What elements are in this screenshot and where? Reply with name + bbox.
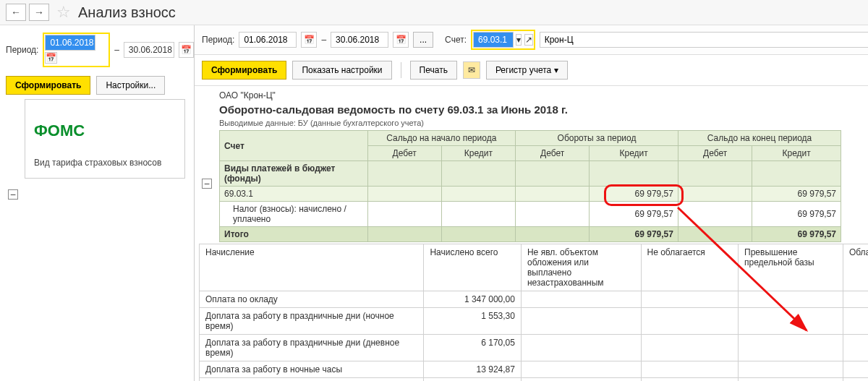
table-row-total: Итого 69 979,57 69 979,57 [220, 227, 841, 242]
calendar-icon[interactable]: 📅 [301, 32, 317, 48]
col-turnover: Обороты за период [516, 131, 678, 146]
col-saldo-begin: Сальдо на начало периода [367, 131, 516, 146]
col-credit: Кредит [752, 146, 841, 161]
separator [401, 62, 401, 78]
table-row[interactable]: Доплата за работу в праздничные дни (ноч… [200, 308, 869, 335]
nav-back-button[interactable]: ← [6, 4, 26, 21]
favorite-star-icon[interactable]: ☆ [56, 3, 71, 22]
report-subtitle: Выводимые данные: БУ (данные бухгалтерск… [219, 119, 868, 127]
register-button[interactable]: Регистр учета ▾ [486, 61, 568, 80]
settings-button[interactable]: Настройки... [96, 76, 165, 95]
report-org: ОАО "Крон-Ц" [219, 90, 868, 100]
col-account-sub: Виды платежей в бюджет (фонды) [220, 161, 368, 187]
period-from-input[interactable]: 01.06.2018 [45, 35, 95, 51]
table-row[interactable]: За наставничество 3 500,00 3 500,00 [200, 378, 869, 382]
table-row[interactable]: Доплата за работу в праздничные дни (дне… [200, 335, 869, 361]
osv-table: Счет Сальдо на начало периода Обороты за… [219, 130, 841, 242]
accrual-table: Начисление Начислено всего Не явл. объек… [199, 244, 868, 381]
accr-col-name: Начисление [200, 244, 424, 291]
show-settings-button[interactable]: Показать настройки [292, 61, 391, 80]
print-button[interactable]: Печать [410, 61, 457, 80]
col-saldo-end: Сальдо на конец периода [678, 131, 841, 146]
nav-forward-button[interactable]: → [29, 4, 49, 21]
account-input[interactable]: 69.03.1 [473, 32, 514, 48]
rp-period-to[interactable] [331, 32, 388, 48]
col-debit: Дебет [678, 146, 752, 161]
mail-icon[interactable]: ✉ [463, 61, 480, 79]
dropdown-icon[interactable]: ▾ [516, 34, 522, 46]
foms-subtitle: Вид тарифа страховых взносов [34, 158, 176, 168]
col-account: Счет [220, 131, 368, 161]
tree-collapse-icon[interactable]: – [8, 189, 18, 200]
period-dash: – [114, 45, 119, 55]
accr-col-nottax: Не облагается [641, 244, 739, 291]
foms-title: ФОМС [34, 121, 176, 140]
calendar-icon[interactable]: 📅 [45, 52, 57, 64]
calendar-icon[interactable]: 📅 [393, 32, 409, 48]
open-icon[interactable]: ↗ [524, 34, 533, 46]
rp-period-from[interactable] [239, 32, 297, 48]
accr-col-notobj: Не явл. объектом обложения или выплачено… [521, 244, 641, 291]
table-row[interactable]: Оплата по окладу 1 347 000,00 1 347 000,… [200, 291, 869, 308]
account-label: Счет: [445, 35, 467, 45]
period-picker-button[interactable]: ... [413, 32, 433, 48]
calendar-icon[interactable]: 📅 [179, 42, 194, 58]
foms-panel: – ФОМС Вид тарифа страховых взносов [25, 99, 185, 179]
accr-col-base: Облагаемая база [843, 244, 868, 291]
rp-form-button[interactable]: Сформировать [202, 61, 286, 80]
period-to-input[interactable]: 30.06.2018 [124, 42, 174, 58]
table-row[interactable]: 69.03.1 69 979,57 69 979,57 [220, 187, 841, 202]
accr-col-excess: Превышение предельной базы [739, 244, 843, 291]
form-button[interactable]: Сформировать [6, 76, 90, 95]
report-title: Оборотно-сальдовая ведомость по счету 69… [219, 103, 868, 116]
col-credit: Кредит [590, 146, 678, 161]
row-collapse-icon[interactable]: – [202, 179, 212, 189]
table-row[interactable]: Доплата за работу в ночные часы 13 924,8… [200, 361, 869, 378]
col-debit: Дебет [516, 146, 590, 161]
col-credit: Кредит [441, 146, 515, 161]
page-title: Анализ взносс [78, 4, 176, 21]
rp-dash: – [321, 35, 326, 45]
table-row[interactable]: Налог (взносы): начислено / уплачено 69 … [220, 202, 841, 227]
rp-period-label: Период: [202, 35, 234, 45]
org-input[interactable] [540, 32, 868, 48]
period-label: Период: [6, 45, 38, 55]
accr-col-total: Начислено всего [424, 244, 522, 291]
col-debit: Дебет [367, 146, 441, 161]
